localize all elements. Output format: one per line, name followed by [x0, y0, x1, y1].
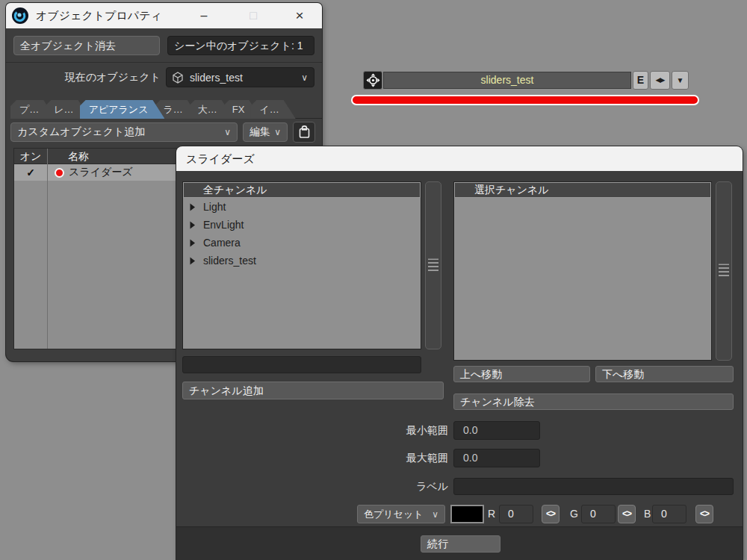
b-value-field[interactable]: 0 — [652, 505, 686, 523]
all-channels-list: 全チャンネル Light EnvLight Camera sliders_tes… — [182, 181, 421, 349]
scrollbar-grip — [719, 264, 729, 279]
enabled-dot-icon — [55, 168, 64, 178]
channel-item[interactable]: Light — [183, 198, 421, 216]
sliders-dialog: スライダーズ 全チャンネル Light EnvLight Camera slid… — [176, 146, 743, 560]
maximize-icon[interactable]: □ — [244, 6, 263, 25]
channel-item[interactable]: sliders_test — [183, 252, 421, 270]
current-object-dropdown[interactable]: sliders_test ∨ — [166, 67, 314, 87]
edit-dropdown[interactable]: 編集 ∨ — [243, 122, 288, 142]
selected-channels-list: 選択チャンネル — [453, 181, 712, 361]
color-preset-dropdown[interactable]: 色プリセット ∨ — [357, 505, 445, 523]
window-title: オブジェクトプロパティ — [36, 9, 162, 23]
lightwave-logo-icon — [11, 7, 29, 25]
min-range-label: 最小範囲 — [374, 421, 448, 440]
max-range-label: 最大範囲 — [374, 449, 448, 467]
channel-item[interactable]: Camera — [183, 234, 421, 252]
chevron-down-icon: ∨ — [432, 509, 438, 520]
clear-all-objects-button[interactable]: 全オブジェクト消去 — [13, 36, 160, 55]
tab-instance[interactable]: イ… — [250, 100, 295, 119]
remove-channel-button[interactable]: チャンネル除去 — [453, 393, 734, 410]
envelope-button[interactable]: E — [633, 71, 648, 90]
minimize-icon[interactable]: – — [194, 6, 214, 25]
property-tabs: プ… レ… アピアランス ラ… 大… FX イ… — [10, 100, 322, 119]
scene-object-count: シーン中のオブジェクト: 1 — [167, 36, 314, 55]
column-header-on[interactable]: オン — [14, 149, 47, 164]
b-stepper[interactable]: <> — [695, 505, 713, 523]
label-label: ラベル — [374, 478, 448, 495]
edit-dropdown-label: 編集 — [249, 125, 270, 139]
triangle-down-icon[interactable]: ▼ — [672, 71, 689, 90]
min-range-field[interactable]: 0.0 — [453, 421, 540, 440]
add-channel-button[interactable]: チャンネル追加 — [182, 382, 444, 399]
color-swatch[interactable] — [450, 505, 484, 523]
close-icon[interactable]: × — [290, 6, 309, 25]
chevron-down-icon: ∨ — [224, 127, 231, 137]
selected-channels-header: 選択チャンネル — [454, 182, 711, 198]
sliders-dialog-titlebar[interactable]: スライダーズ — [176, 146, 743, 171]
column-separator — [47, 149, 48, 349]
g-value-field[interactable]: 0 — [581, 505, 616, 523]
copy-paste-button[interactable] — [293, 122, 315, 143]
current-object-label: 現在のオブジェクト — [6, 67, 161, 87]
label-field[interactable] — [453, 478, 734, 495]
move-down-button[interactable]: 下へ移動 — [595, 366, 734, 382]
max-range-field[interactable]: 0.0 — [453, 449, 540, 467]
expand-icon — [189, 203, 196, 211]
g-stepper[interactable]: <> — [618, 505, 636, 523]
channel-label: Camera — [203, 237, 241, 249]
color-preset-label: 色プリセット — [364, 508, 424, 521]
object-properties-titlebar[interactable]: オブジェクトプロパティ – □ × — [6, 3, 322, 28]
channel-info-bar — [182, 356, 421, 373]
move-up-button[interactable]: 上へ移動 — [453, 366, 590, 382]
expand-icon — [189, 239, 196, 247]
tab-appearance[interactable]: アピアランス — [80, 100, 165, 119]
list-item-label: スライダーズ — [69, 166, 133, 179]
chevron-down-icon: ∨ — [301, 72, 308, 83]
slider-channel-name[interactable]: sliders_test — [383, 72, 631, 89]
current-object-value: sliders_test — [190, 72, 243, 84]
channel-label: Light — [203, 201, 226, 213]
slider-track[interactable] — [351, 95, 699, 105]
add-custom-object-dropdown[interactable]: カスタムオブジェクト追加 ∨ — [10, 122, 238, 142]
channel-label: sliders_test — [203, 255, 256, 267]
all-channels-scrollbar[interactable] — [425, 181, 441, 349]
expand-icon — [189, 257, 196, 265]
move-icon — [366, 73, 380, 87]
channel-label: EnvLight — [203, 219, 244, 231]
left-right-arrows-icon[interactable]: ◀▶ — [650, 71, 670, 90]
continue-button[interactable]: 続行 — [421, 535, 500, 553]
check-icon[interactable]: ✓ — [14, 167, 47, 178]
r-label: R — [488, 505, 495, 523]
selected-channels-scrollbar[interactable] — [716, 181, 732, 361]
clipboard-icon — [298, 125, 311, 139]
g-label: G — [570, 505, 578, 523]
scrollbar-grip — [428, 258, 438, 273]
expand-icon — [189, 221, 196, 229]
r-value-field[interactable]: 0 — [499, 505, 533, 523]
chevron-down-icon: ∨ — [274, 127, 281, 137]
b-label: B — [644, 505, 651, 523]
divider — [6, 62, 322, 63]
cube-icon — [172, 72, 184, 84]
slider-move-handle[interactable] — [363, 71, 382, 90]
r-stepper[interactable]: <> — [542, 505, 560, 523]
add-custom-object-label: カスタムオブジェクト追加 — [17, 125, 145, 139]
channel-item[interactable]: EnvLight — [183, 216, 421, 234]
all-channels-header: 全チャンネル — [183, 182, 421, 198]
